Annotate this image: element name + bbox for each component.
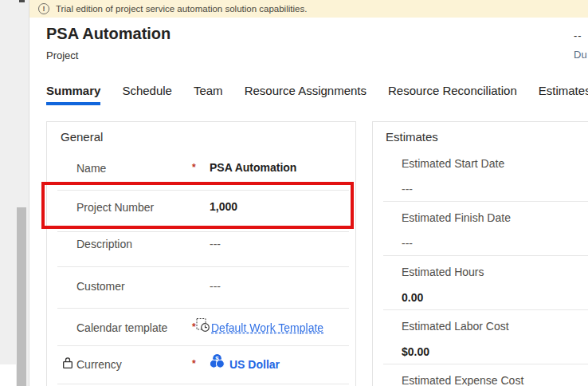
field-value-currency-link[interactable]: US Dollar [229, 358, 280, 371]
field-label-name: Name [76, 162, 106, 175]
page-title: PSA Automation [46, 25, 171, 43]
header-field-value: -- [574, 30, 588, 41]
sitemap-icon[interactable] [19, 0, 25, 2]
field-value-name[interactable]: PSA Automation [210, 161, 296, 174]
header-field-label: Du [574, 49, 588, 61]
field-value-estimated-labor-cost[interactable]: $0.00 [402, 345, 429, 358]
field-divider [57, 190, 349, 191]
field-label-project-number: Project Number [76, 201, 154, 214]
currency-coins-icon: $ [209, 353, 225, 369]
tab-team[interactable]: Team [194, 84, 223, 105]
entity-type-label: Project [46, 49, 78, 61]
calendar-clock-icon [196, 317, 210, 333]
field-label-estimated-expense-cost: Estimated Expense Cost [402, 374, 523, 386]
field-value-project-number[interactable]: 1,000 [210, 200, 237, 213]
required-marker: * [192, 321, 196, 333]
header-summary-field: -- Du [574, 30, 588, 61]
field-value-estimated-hours[interactable]: 0.00 [402, 291, 423, 304]
section-title: General [61, 130, 103, 144]
field-value-estimated-start-date[interactable]: --- [402, 183, 413, 195]
field-label-estimated-start-date: Estimated Start Date [402, 157, 504, 170]
tab-schedule[interactable]: Schedule [122, 84, 172, 105]
required-marker: * [192, 162, 196, 173]
info-icon: ! [38, 3, 49, 14]
field-label-currency: Currency [76, 358, 122, 371]
field-divider [57, 231, 349, 232]
field-divider [383, 201, 588, 202]
field-value-description[interactable]: --- [210, 238, 221, 250]
field-value-estimated-finish-date[interactable]: --- [402, 237, 413, 250]
tab-resource-reconciliation[interactable]: Resource Reconciliation [388, 84, 517, 105]
general-section: General Name * PSA Automation Project Nu… [46, 121, 356, 386]
field-label-description: Description [76, 238, 132, 250]
lock-icon [62, 356, 73, 369]
field-label-customer: Customer [76, 280, 125, 293]
field-divider [383, 364, 588, 364]
sidebar-bottom-patch [0, 364, 16, 386]
section-title: Estimates [386, 130, 438, 144]
field-divider [57, 266, 349, 267]
field-label-estimated-labor-cost: Estimated Labor Cost [402, 320, 509, 333]
trial-notification-banner: ! Trial edition of project service autom… [29, 0, 588, 18]
project-form: ! Trial edition of project service autom… [29, 0, 588, 386]
banner-text: Trial edition of project service automat… [56, 4, 307, 14]
field-divider [57, 384, 349, 384]
field-divider [383, 309, 588, 310]
tab-resource-assignments[interactable]: Resource Assignments [245, 84, 367, 105]
field-divider [57, 345, 349, 346]
sidebar-scrollbar-thumb[interactable] [17, 207, 26, 386]
field-label-estimated-hours: Estimated Hours [402, 266, 484, 278]
field-divider [383, 255, 588, 256]
field-value-calendar-template-link[interactable]: Default Work Template [211, 321, 323, 334]
field-label-estimated-finish-date: Estimated Finish Date [402, 211, 511, 224]
tab-summary[interactable]: Summary [46, 84, 100, 105]
estimates-section: Estimates Estimated Start Date --- Estim… [372, 121, 588, 386]
field-value-customer[interactable]: --- [210, 280, 221, 293]
required-marker: * [192, 358, 196, 369]
collapsed-sidebar [0, 0, 29, 386]
field-divider [57, 308, 349, 309]
tab-estimates[interactable]: Estimates [539, 84, 588, 105]
form-tabs: Summary Schedule Team Resource Assignmen… [46, 84, 588, 105]
field-label-calendar-template: Calendar template [76, 321, 167, 334]
